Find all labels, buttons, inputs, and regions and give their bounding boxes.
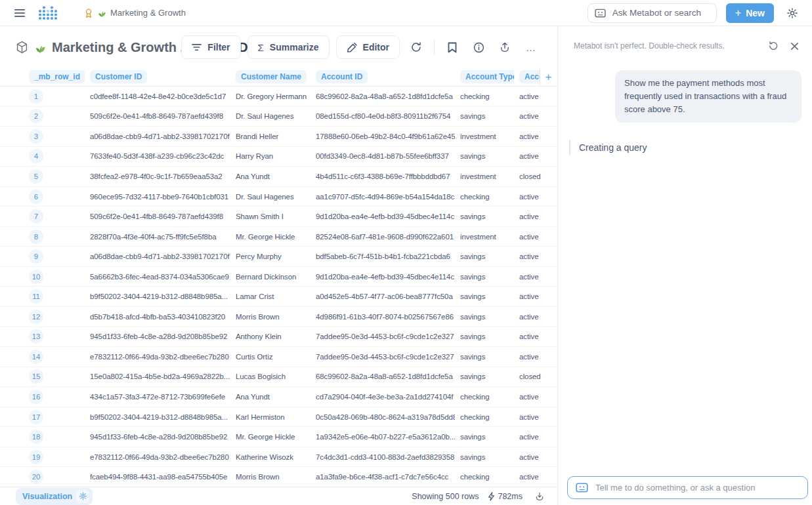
cell-account-status[interactable]: closed [514,373,557,380]
cell-account-type[interactable]: savings [455,293,514,300]
cell-customer-id[interactable]: 7633fe40-5d3f-438f-a239-cb96c23c42dc [85,152,230,160]
cell-customer-id[interactable]: 15e0a802-415a-4b5e-bd2a-4969a2822b... [85,373,230,380]
metabase-logo-icon[interactable] [38,5,58,20]
close-sidebar-button[interactable] [787,39,801,53]
cell-account-id[interactable]: 17888e60-06eb-49b2-84c0-4f9b61a62e45 [310,132,455,140]
cell-customer-name[interactable]: Dr. Saul Hagenes [230,112,310,120]
cell-account-type[interactable]: savings [455,253,514,260]
more-options-button[interactable]: … [521,37,541,57]
chat-text-input[interactable] [594,482,800,493]
cell-account-status[interactable]: active [514,253,557,260]
cell-account-id[interactable]: aa1c9707-d5fc-4d94-869e-b54a154da18c [310,193,455,201]
cell-customer-name[interactable]: Dr. Saul Hagenes [230,193,310,201]
table-row[interactable]: 19 e7832112-0f66-49da-93b2-dbee6ec7b280 … [0,447,557,468]
cell-account-type[interactable]: savings [455,333,514,340]
cell-customer-name[interactable]: Shawn Smith I [230,212,310,220]
table-row[interactable]: 18 945d1f33-6feb-4c8e-a28d-9d208b85be92 … [0,427,557,447]
table-row[interactable]: 2 509c6f2e-0e41-4fb8-8649-787aefd439f8 D… [0,107,557,127]
share-button[interactable] [495,37,515,57]
table-row[interactable]: 12 d5b7b418-afcd-4bfb-ba53-403410823f20 … [0,307,557,327]
cell-customer-id[interactable]: 5a6662b3-6fec-4ead-8374-034a5306cae9 [85,273,230,281]
cell-customer-id[interactable]: e7832112-0f66-49da-93b2-dbee6ec7b280 [85,353,230,361]
cell-customer-id[interactable]: 945d1f33-6feb-4c8e-a28d-9d208b85be92 [85,333,230,340]
cell-account-id[interactable]: a1a3fa9e-b6ce-4f38-acf1-c7dc7e56c4cc [310,473,455,481]
cell-customer-id[interactable]: a06d8dae-cbb9-4d71-abb2-33981702170f [85,253,230,260]
cell-customer-name[interactable]: Morris Brown [230,313,310,321]
cell-account-type[interactable]: savings [455,453,514,461]
cell-account-id[interactable]: 68c99602-8a2a-48a8-a652-1d8fd1dcfe5a [310,373,455,380]
cell-customer-id[interactable]: b9f50202-3404-4219-b312-d8848b985a... [85,293,230,300]
cell-customer-id[interactable]: fcaeb494-9f88-4431-aa98-ea54755b405e [85,473,230,481]
cell-customer-name[interactable]: Ana Yundt [230,393,310,401]
reset-conversation-button[interactable] [766,39,780,53]
cell-customer-id[interactable]: 2828f70a-4f3e-40f4-ac75-ff9fc5e5f8ba [85,233,230,241]
cell-account-type[interactable]: savings [455,212,514,220]
column-header-customer-id[interactable]: Customer ID [85,70,230,83]
table-row[interactable]: 20 fcaeb494-9f88-4431-aa98-ea54755b405e … [0,467,557,487]
cell-customer-name[interactable]: Lucas Bogisich [230,373,310,380]
search-input[interactable] [611,7,710,18]
cell-account-status[interactable]: active [514,473,557,481]
add-column-button[interactable]: + [540,68,557,86]
cell-customer-id[interactable]: b9f50202-3404-4219-b312-d8848b985a... [85,413,230,421]
filter-button[interactable]: Filter [181,35,240,59]
column-header-row-id[interactable]: _mb_row_id [0,70,85,83]
cell-account-id[interactable]: 7addee95-0e3d-4453-bc6f-c9cde1c2e327 [310,333,455,340]
title-collection-link[interactable]: Marketing & Growth [52,40,177,54]
cell-customer-name[interactable]: Ana Yundt [230,172,310,180]
cell-account-status[interactable]: active [514,413,557,421]
cell-customer-name[interactable]: Katherine Wisozk [230,453,310,461]
table-row[interactable]: 8 2828f70a-4f3e-40f4-ac75-ff9fc5e5f8ba M… [0,227,557,247]
table-row[interactable]: 10 5a6662b3-6fec-4ead-8374-034a5306cae9 … [0,267,557,287]
cell-customer-name[interactable]: Dr. Gregory Hermann [230,92,310,100]
cell-account-status[interactable]: active [514,152,557,160]
cell-account-id[interactable]: 7addee95-0e3d-4453-bc6f-c9cde1c2e327 [310,353,455,361]
cell-customer-id[interactable]: 434c1a57-3fa3-472e-8712-73b699fe6efe [85,393,230,401]
cell-account-type[interactable]: savings [455,152,514,160]
cell-account-type[interactable]: checking [455,92,514,100]
cell-customer-name[interactable]: Morris Brown [230,473,310,481]
cell-account-type[interactable]: investment [455,132,514,140]
cell-customer-id[interactable]: 38fcfea2-e978-4f0c-9c1f-7b659eaa53a2 [85,172,230,180]
cell-account-type[interactable]: savings [455,112,514,120]
cell-account-status[interactable]: active [514,193,557,201]
cell-account-type[interactable]: savings [455,373,514,380]
cell-customer-id[interactable]: 960ece95-7d32-4117-bbe9-7640b1cbf031 [85,193,230,201]
cell-account-type[interactable]: investment [455,172,514,180]
visualization-button[interactable]: Visualization [16,488,93,505]
cell-account-id[interactable]: 4b4d511c-c6f3-4388-b69e-7ffbbbddbd67 [310,172,455,180]
cell-customer-name[interactable]: Lamar Crist [230,293,310,300]
cell-account-id[interactable]: 9d1d20ba-ea4e-4efb-bd39-45dbec4e114c [310,212,455,220]
cell-account-id[interactable]: 0c50a428-069b-480c-8624-a319a78d5dd8 [310,413,455,421]
cell-customer-id[interactable]: 509c6f2e-0e41-4fb8-8649-787aefd439f8 [85,112,230,120]
table-row[interactable]: 6 960ece95-7d32-4117-bbe9-7640b1cbf031 D… [0,187,557,207]
table-row[interactable]: 9 a06d8dae-cbb9-4d71-abb2-33981702170f P… [0,247,557,267]
cell-account-status[interactable]: active [514,353,557,361]
editor-button[interactable]: Editor [336,35,400,59]
cell-account-type[interactable]: checking [455,413,514,421]
cell-account-id[interactable]: 4d986f91-61b3-40f7-8074-b02567567e86 [310,313,455,321]
cell-account-type[interactable]: checking [455,473,514,481]
cell-customer-name[interactable]: Percy Murphy [230,253,310,260]
visualization-settings-button[interactable] [76,490,89,503]
cell-customer-id[interactable]: d5b7b418-afcd-4bfb-ba53-403410823f20 [85,313,230,321]
cell-account-id[interactable]: 1a9342e5-e06e-4b07-b227-e5a3612a0b... [310,433,455,441]
table-row[interactable]: 1 c0dfee8f-1148-42e4-8e42-b0ce3de5c1d7 D… [0,87,557,107]
summarize-button[interactable]: Σ Summarize [247,35,330,59]
cell-account-status[interactable]: active [514,233,557,241]
cell-customer-name[interactable]: Mr. George Hickle [230,433,310,441]
table-row[interactable]: 4 7633fe40-5d3f-438f-a239-cb96c23c42dc H… [0,147,557,167]
cell-customer-name[interactable]: Anthony Klein [230,333,310,340]
bookmark-button[interactable] [442,37,462,57]
cell-account-id[interactable]: 82524e08-6af7-481e-9608-d990f622a601 [310,233,455,241]
table-row[interactable]: 15 15e0a802-415a-4b5e-bd2a-4969a2822b...… [0,367,557,388]
column-header-account-status[interactable]: Acco [514,70,540,83]
cell-account-status[interactable]: active [514,293,557,300]
cell-account-status[interactable]: active [514,132,557,140]
new-button[interactable]: + New [726,3,774,23]
settings-button[interactable] [783,4,801,22]
cell-customer-id[interactable]: e7832112-0f66-49da-93b2-dbee6ec7b280 [85,453,230,461]
cell-account-status[interactable]: active [514,212,557,220]
table-row[interactable]: 3 a06d8dae-cbb9-4d71-abb2-33981702170f B… [0,127,557,147]
table-row[interactable]: 7 509c6f2e-0e41-4fb8-8649-787aefd439f8 S… [0,207,557,227]
